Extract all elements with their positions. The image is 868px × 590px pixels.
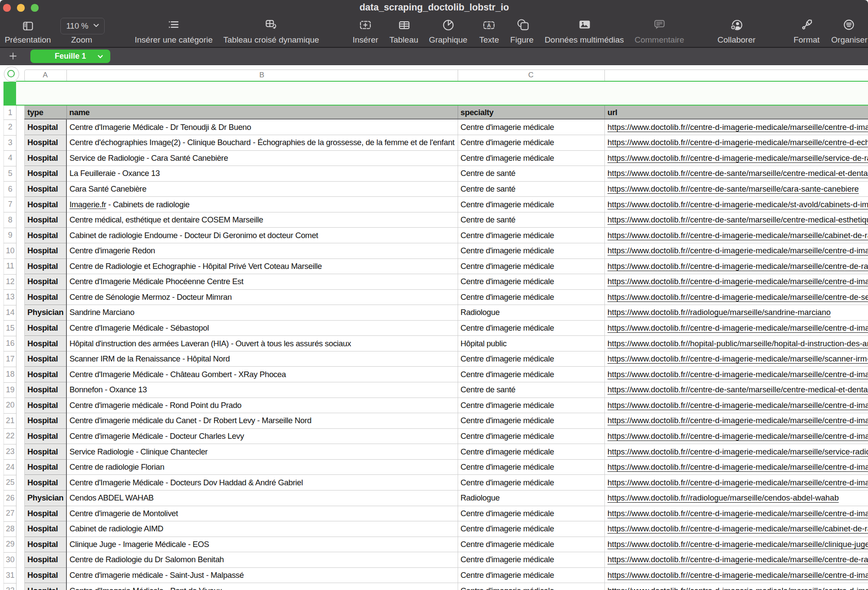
svg-text:A: A: [487, 23, 491, 29]
